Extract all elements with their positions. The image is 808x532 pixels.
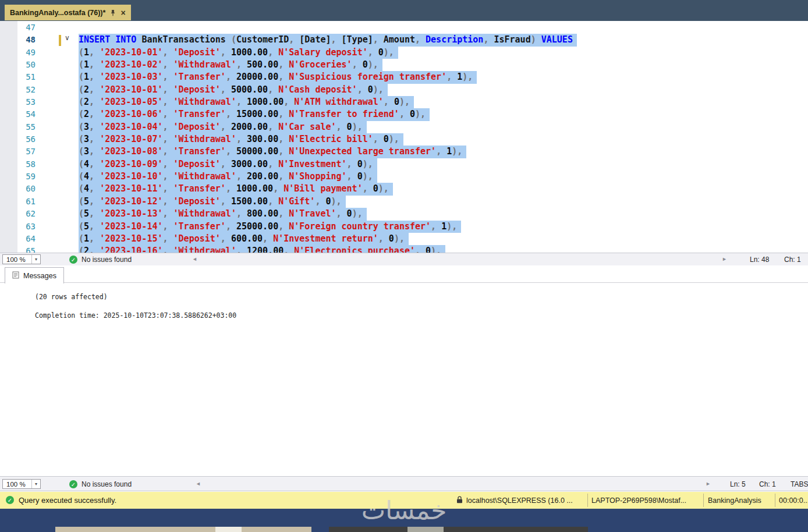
code-token: BankTransactions — [141, 34, 231, 45]
tab-messages[interactable]: Messages — [5, 267, 64, 283]
code-line[interactable]: 53(2, '2023-10-05', 'Withdrawal', 1000.0… — [0, 96, 808, 108]
tabs-indicator: TABS — [791, 480, 808, 488]
code-token: 1200.00 — [247, 246, 283, 253]
code-token: '2023-10-15' — [100, 233, 162, 244]
line-number: 57 — [0, 146, 44, 158]
close-icon[interactable]: × — [121, 9, 125, 17]
code-token: , — [221, 233, 231, 244]
code-token: ), — [352, 122, 363, 132]
code-line[interactable]: 61(5, '2023-10-12', 'Deposit', 1500.00, … — [0, 196, 808, 208]
code-token: ), — [452, 146, 462, 157]
code-token: , — [268, 47, 278, 58]
code-token: 'Withdrawal' — [173, 208, 236, 219]
scroll-right-icon[interactable]: ► — [706, 481, 711, 487]
line-number: 58 — [0, 158, 44, 171]
code-token: 5 — [84, 208, 89, 219]
code-line[interactable]: 51(1, '2023-10-03', 'Transfer', 20000.00… — [0, 71, 808, 83]
code-token: 2 — [84, 109, 89, 119]
outline-margin — [44, 108, 79, 120]
code-token: 'Deposit' — [173, 84, 221, 95]
code-line[interactable]: 50(1, '2023-10-02', 'Withdrawal', 500.00… — [0, 59, 808, 71]
code-token: , — [163, 97, 173, 107]
code-line[interactable]: 63(5, '2023-10-14', 'Transfer', 25000.00… — [0, 221, 808, 233]
code-token: , — [352, 59, 363, 70]
code-line[interactable]: 49(1, '2023-10-01', 'Deposit', 1000.00, … — [0, 47, 808, 59]
scroll-left-icon[interactable]: ◄ — [196, 481, 201, 487]
code-text: (5, '2023-10-12', 'Deposit', 1500.00, N'… — [79, 196, 346, 208]
outline-margin — [44, 133, 79, 146]
line-number: 47 — [0, 22, 44, 34]
code-token: [Type] — [342, 34, 373, 45]
code-token: ( — [79, 183, 84, 194]
code-token: 1 — [441, 221, 446, 232]
fold-chevron-icon[interactable]: ∨ — [65, 34, 70, 42]
code-token: , — [363, 183, 373, 194]
code-token: 200.00 — [247, 171, 278, 182]
code-token: 1 — [84, 59, 89, 70]
code-line[interactable]: 64(1, '2023-10-15', 'Deposit', 600.00, N… — [0, 233, 808, 245]
code-token: , — [268, 159, 278, 169]
lock-icon — [456, 496, 463, 505]
code-token: 500.00 — [247, 59, 278, 70]
code-line[interactable]: 56(3, '2023-10-07', 'Withdrawal', 300.00… — [0, 133, 808, 146]
code-token: 5000.00 — [231, 84, 268, 95]
code-token: N'Transfer to friend' — [289, 109, 399, 119]
scroll-right-icon[interactable]: ► — [722, 256, 727, 262]
code-line[interactable]: 54(2, '2023-10-06', 'Transfer', 15000.00… — [0, 108, 808, 120]
code-token: ), — [378, 183, 389, 194]
code-line[interactable]: 58(4, '2023-10-09', 'Deposit', 3000.00, … — [0, 158, 808, 171]
success-icon: ✓ — [6, 496, 14, 504]
code-token: '2023-10-03' — [100, 72, 162, 82]
code-token: , — [347, 171, 357, 182]
zoom-value: 100 % — [6, 481, 26, 488]
code-line[interactable]: 47 — [0, 22, 808, 34]
document-tab[interactable]: BankingAnaly...ostafa (76))* × — [5, 5, 131, 20]
separator — [775, 494, 775, 507]
code-token: , — [89, 159, 100, 169]
pin-icon[interactable] — [110, 9, 116, 16]
code-token: , — [289, 34, 299, 45]
code-token: 5 — [84, 221, 89, 232]
zoom-select[interactable]: 100 % ▾ — [2, 254, 41, 264]
scroll-left-icon[interactable]: ◄ — [192, 256, 197, 262]
code-line[interactable]: 52(2, '2023-10-01', 'Deposit', 5000.00, … — [0, 84, 808, 96]
code-token: , — [431, 221, 441, 232]
code-token: N'Gift' — [278, 196, 315, 207]
code-text: INSERT INTO BankTransactions (CustomerID… — [79, 34, 577, 46]
code-token: N'Car sale' — [278, 122, 336, 132]
taskbar-fragment — [215, 527, 242, 532]
outline-margin — [44, 146, 79, 158]
user-name: LAPTOP-2P69P598\Mostaf... — [591, 496, 686, 505]
code-line[interactable]: 59(4, '2023-10-10', 'Withdrawal', 200.00… — [0, 171, 808, 183]
code-token: , — [163, 246, 173, 253]
code-token: 1 — [84, 72, 89, 82]
code-line[interactable]: 62(5, '2023-10-13', 'Withdrawal', 800.00… — [0, 208, 808, 220]
code-token: CustomerID — [236, 34, 289, 45]
code-token: , — [278, 146, 289, 157]
code-token: 0 — [410, 109, 415, 119]
code-line[interactable]: 55(3, '2023-10-04', 'Deposit', 2000.00, … — [0, 121, 808, 133]
duration-indicator: 00:00:0... — [779, 492, 808, 509]
code-line[interactable]: 57(3, '2023-10-08', 'Transfer', 50000.00… — [0, 146, 808, 158]
code-token: 0 — [394, 97, 399, 107]
code-token: , — [163, 47, 173, 58]
zoom-select[interactable]: 100 % ▾ — [2, 479, 41, 489]
code-token: 0 — [426, 246, 431, 253]
code-line[interactable]: 48INSERT INTO BankTransactions (Customer… — [0, 34, 808, 46]
code-token: '2023-10-01' — [100, 47, 162, 58]
code-token: , — [89, 59, 100, 70]
code-token: ( — [79, 84, 84, 95]
outline-margin — [44, 71, 79, 83]
document-tab-bar: BankingAnaly...ostafa (76))* × — [0, 0, 808, 21]
code-token: , — [373, 134, 384, 144]
code-token: ( — [79, 146, 84, 157]
code-token: N'Foreign country transfer' — [289, 221, 431, 232]
code-line[interactable]: 65(2, '2023-10-16', 'Withdrawal', 1200.0… — [0, 245, 808, 253]
code-token: VALUES — [541, 34, 573, 45]
code-token: 2 — [84, 246, 89, 253]
code-token: , — [399, 109, 410, 119]
code-token: 1000.00 — [231, 47, 268, 58]
code-line[interactable]: 60(4, '2023-10-11', 'Transfer', 1000.00,… — [0, 183, 808, 195]
sql-editor[interactable]: 4748INSERT INTO BankTransactions (Custom… — [0, 21, 808, 253]
messages-panel[interactable]: (20 rows affected)Completion time: 2025-… — [0, 283, 808, 476]
